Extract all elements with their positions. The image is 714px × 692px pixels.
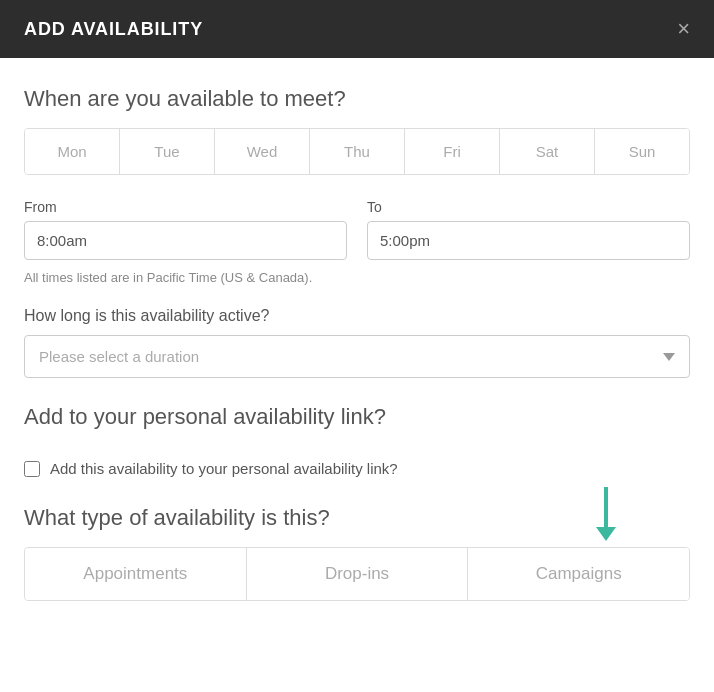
- day-btn-sun[interactable]: Sun: [595, 129, 689, 174]
- timezone-note: All times listed are in Pacific Time (US…: [24, 270, 690, 285]
- day-btn-sat[interactable]: Sat: [500, 129, 595, 174]
- time-row: From To: [24, 199, 690, 260]
- day-selector: Mon Tue Wed Thu Fri Sat Sun: [24, 128, 690, 175]
- availability-section-title: When are you available to meet?: [24, 86, 690, 112]
- tab-drop-ins[interactable]: Drop-ins: [247, 548, 469, 600]
- day-btn-fri[interactable]: Fri: [405, 129, 500, 174]
- arrow-head: [596, 527, 616, 541]
- modal-header: ADD AVAILABILITY ×: [0, 0, 714, 58]
- type-section-title: What type of availability is this?: [24, 505, 690, 531]
- type-tabs: Appointments Drop-ins Campaigns: [24, 547, 690, 601]
- to-label: To: [367, 199, 690, 215]
- from-label: From: [24, 199, 347, 215]
- duration-label: How long is this availability active?: [24, 307, 690, 325]
- personal-link-title: Add to your personal availability link?: [24, 404, 690, 430]
- personal-link-section: Add to your personal availability link?: [24, 404, 690, 446]
- personal-link-checkbox-label[interactable]: Add this availability to your personal a…: [50, 460, 398, 477]
- tab-appointments[interactable]: Appointments: [25, 548, 247, 600]
- day-btn-wed[interactable]: Wed: [215, 129, 310, 174]
- day-btn-thu[interactable]: Thu: [310, 129, 405, 174]
- from-input[interactable]: [24, 221, 347, 260]
- to-input[interactable]: [367, 221, 690, 260]
- day-btn-mon[interactable]: Mon: [25, 129, 120, 174]
- from-group: From: [24, 199, 347, 260]
- checkbox-row: Add this availability to your personal a…: [24, 460, 690, 477]
- type-section: What type of availability is this? Appoi…: [24, 505, 690, 601]
- to-group: To: [367, 199, 690, 260]
- modal-body: When are you available to meet? Mon Tue …: [0, 58, 714, 625]
- close-button[interactable]: ×: [677, 18, 690, 40]
- down-arrow-indicator: [596, 487, 616, 541]
- arrow-line: [604, 487, 608, 527]
- duration-select[interactable]: Please select a duration 30 minutes 1 ho…: [24, 335, 690, 378]
- add-availability-modal: ADD AVAILABILITY × When are you availabl…: [0, 0, 714, 692]
- modal-title: ADD AVAILABILITY: [24, 19, 203, 40]
- tab-campaigns[interactable]: Campaigns: [468, 548, 689, 600]
- day-btn-tue[interactable]: Tue: [120, 129, 215, 174]
- personal-link-checkbox[interactable]: [24, 461, 40, 477]
